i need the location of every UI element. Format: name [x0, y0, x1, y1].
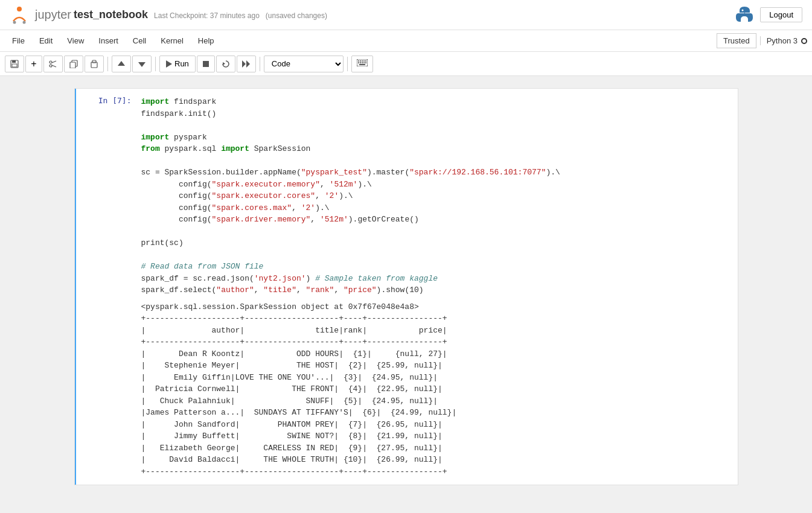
notebook-name[interactable]: test_notebook	[74, 8, 148, 21]
kernel-status-icon	[801, 38, 807, 44]
cell-prompt: In [7]:	[76, 94, 136, 480]
jupyter-logo-icon	[10, 5, 29, 25]
svg-marker-16	[118, 61, 125, 66]
copy-button[interactable]	[64, 56, 83, 72]
menu-cell[interactable]: Cell	[126, 33, 153, 49]
svg-rect-27	[363, 60, 365, 62]
svg-marker-22	[246, 60, 250, 68]
menu-insert[interactable]: Insert	[91, 33, 126, 49]
main-content: In [7]: import findspark findspark.init(…	[0, 76, 812, 511]
svg-rect-6	[12, 60, 16, 63]
svg-rect-25	[360, 60, 361, 62]
menu-file[interactable]: File	[5, 33, 32, 49]
svg-rect-26	[362, 60, 363, 62]
restart-icon	[222, 60, 230, 68]
svg-line-10	[52, 61, 56, 63]
arrow-up-icon	[117, 60, 126, 68]
svg-rect-32	[363, 62, 365, 63]
svg-point-2	[23, 21, 26, 24]
fast-forward-button[interactable]	[237, 56, 256, 72]
stop-icon	[202, 60, 209, 68]
kernel-name-label: Python 3	[767, 36, 798, 45]
svg-rect-24	[358, 60, 359, 62]
svg-marker-18	[166, 60, 172, 68]
logout-button[interactable]: Logout	[760, 7, 802, 22]
checkpoint-info: Last Checkpoint: 37 minutes ago (unsaved…	[154, 11, 327, 20]
svg-rect-15	[92, 60, 96, 63]
arrow-down-icon	[138, 60, 146, 68]
svg-rect-34	[359, 64, 365, 65]
cell-type-dropdown[interactable]: Code Markdown Raw NBConvert Heading	[264, 56, 344, 72]
svg-rect-29	[358, 62, 359, 63]
svg-point-0	[17, 7, 22, 11]
stop-button[interactable]	[197, 56, 215, 72]
python-logo-icon	[735, 5, 754, 25]
keyboard-shortcuts-button[interactable]	[351, 56, 373, 72]
menu-help[interactable]: Help	[191, 33, 222, 49]
plus-icon: +	[31, 59, 36, 69]
svg-marker-20	[223, 62, 225, 65]
svg-point-1	[13, 21, 16, 24]
copy-icon	[69, 60, 78, 68]
svg-rect-28	[365, 60, 366, 62]
run-button[interactable]: Run	[159, 56, 196, 72]
toolbar-separator-4	[347, 57, 348, 71]
svg-point-9	[50, 65, 52, 67]
menu-view[interactable]: View	[60, 33, 91, 49]
scissors-icon	[49, 60, 57, 68]
svg-marker-21	[242, 60, 246, 68]
svg-rect-13	[70, 62, 75, 68]
header-bar: jupyter test_notebook Last Checkpoint: 3…	[0, 0, 812, 30]
move-down-button[interactable]	[132, 56, 152, 72]
toolbar: + Run	[0, 52, 812, 76]
cut-button[interactable]	[43, 56, 63, 72]
svg-line-11	[52, 65, 56, 67]
svg-rect-31	[362, 62, 363, 63]
fast-forward-icon	[242, 60, 251, 68]
menubar: File Edit View Insert Cell Kernel Help T…	[0, 30, 812, 52]
menu-edit[interactable]: Edit	[32, 33, 60, 49]
toolbar-separator-2	[155, 57, 156, 71]
keyboard-icon	[357, 59, 368, 66]
save-button[interactable]	[5, 56, 24, 72]
paste-button[interactable]	[85, 56, 104, 72]
svg-rect-30	[360, 62, 361, 63]
toolbar-separator-3	[260, 57, 260, 71]
trusted-button[interactable]: Trusted	[717, 33, 756, 48]
menu-kernel[interactable]: Kernel	[153, 33, 191, 49]
move-up-button[interactable]	[112, 56, 131, 72]
svg-marker-17	[138, 62, 145, 67]
svg-point-8	[50, 61, 52, 63]
svg-rect-7	[12, 64, 17, 67]
svg-rect-33	[365, 62, 366, 63]
jupyter-text: jupyter	[35, 8, 71, 22]
cell-body[interactable]: import findspark findspark.init() import…	[136, 94, 738, 480]
notebook-title-area: test_notebook Last Checkpoint: 37 minute…	[74, 8, 327, 21]
kernel-info: Python 3	[760, 36, 807, 45]
code-input[interactable]: import findspark findspark.init() import…	[141, 96, 733, 296]
add-cell-button[interactable]: +	[25, 56, 42, 72]
paste-icon	[90, 60, 98, 68]
notebook-container: In [7]: import findspark findspark.init(…	[74, 88, 738, 485]
run-label: Run	[174, 59, 189, 68]
logo-area: jupyter	[10, 5, 71, 25]
cell-output: <pyspark.sql.session.SparkSession object…	[141, 299, 733, 478]
svg-rect-19	[203, 61, 209, 67]
code-cell[interactable]: In [7]: import findspark findspark.init(…	[75, 89, 738, 485]
save-icon	[10, 60, 19, 68]
svg-point-3	[742, 9, 744, 11]
restart-button[interactable]	[216, 56, 235, 72]
toolbar-separator-1	[107, 57, 108, 71]
play-icon	[166, 60, 172, 68]
svg-point-4	[746, 19, 747, 21]
